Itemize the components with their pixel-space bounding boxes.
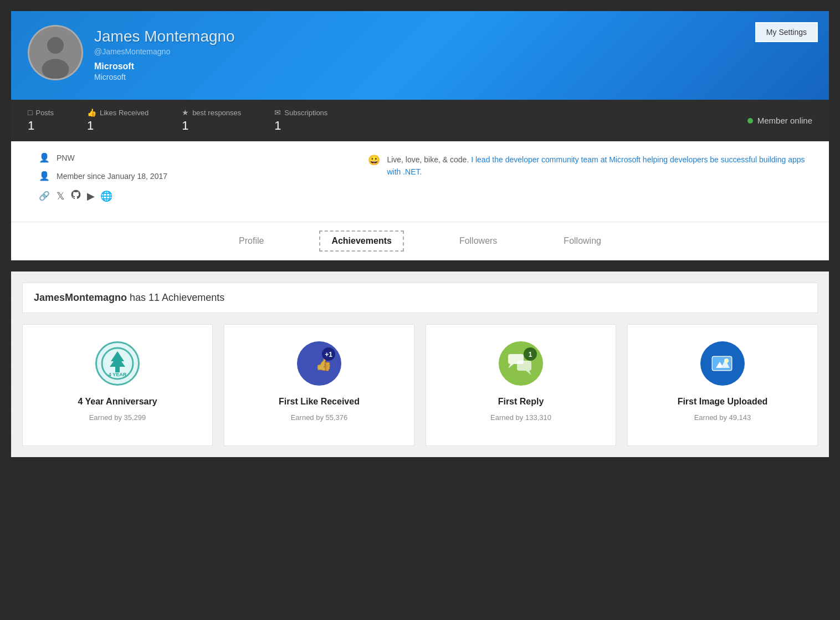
member-since-text: Member since January 18, 2017 [57,172,167,181]
github-icon[interactable] [70,189,81,203]
stat-subscriptions: ✉ Subscriptions 1 [274,108,327,133]
card-title-anniversary: 4 Year Anniversary [78,397,157,407]
profile-name: James Montemagno [94,28,812,45]
location-row: 👤 PNW [39,152,335,163]
card-earned-first-image: Earned by 49,143 [694,413,751,422]
youtube-icon[interactable]: ▶ [87,190,95,202]
tab-followers-label: Followers [459,236,497,245]
achievement-card-first-like: 👍 +1 First Like Received Earned by 55,37… [224,324,414,446]
achievement-card-first-reply: 1 First Reply Earned by 133,310 [426,324,616,446]
info-right: 😀 Live, love, bike, & code. I lead the d… [368,152,812,211]
card-title-first-reply: First Reply [498,397,544,407]
likes-value: 1 [87,119,94,133]
social-links-row: 🔗 𝕏 ▶ 🌐 [39,189,335,203]
stat-likes: 👍 Likes Received 1 [87,108,148,133]
badge-first-reply: 1 [499,341,543,386]
card-earned-first-reply: Earned by 133,310 [490,413,551,422]
tab-following-label: Following [564,236,601,245]
stat-posts: □ Posts 1 [28,108,54,133]
achievements-summary: JamesMontemagno has 11 Achievements [22,283,818,313]
online-indicator [747,118,753,124]
member-online-text: Member online [757,116,812,125]
achievements-username: JamesMontemagno [34,292,127,303]
twitter-icon[interactable]: 𝕏 [57,190,65,202]
profile-header: James Montemagno @JamesMontemagno Micros… [11,11,829,100]
profile-username: @JamesMontemagno [94,47,812,56]
badge-first-like: 👍 +1 [297,341,341,386]
badge-anniversary: 4 YEAR [95,341,140,386]
member-online: Member online [747,116,812,125]
tab-achievements-label: Achievements [331,236,392,245]
tab-profile[interactable]: Profile [228,232,275,250]
card-earned-anniversary: Earned by 35,299 [89,413,146,422]
stats-bar: □ Posts 1 👍 Likes Received 1 ★ best resp… [11,100,829,141]
posts-label: □ Posts [28,108,54,117]
website-icon[interactable]: 🌐 [100,190,112,202]
posts-icon: □ [28,108,32,117]
subs-value: 1 [274,119,281,133]
tab-following[interactable]: Following [552,232,612,250]
avatar [28,25,83,80]
posts-value: 1 [28,119,34,133]
likes-icon: 👍 [87,108,96,117]
tab-profile-label: Profile [239,236,264,245]
svg-point-2 [42,59,69,80]
achievements-container: JamesMontemagno has 11 Achievements 4 YE… [11,271,829,457]
subs-label: ✉ Subscriptions [274,108,327,117]
member-since-row: 👤 Member since January 18, 2017 [39,171,335,181]
card-title-first-image: First Image Uploaded [678,397,768,407]
location-icon: 👤 [39,152,50,163]
badge-first-image [700,341,745,386]
svg-rect-22 [713,357,731,370]
svg-text:1: 1 [529,351,532,358]
tab-followers[interactable]: Followers [448,232,508,250]
bio-icon: 😀 [368,154,380,166]
cards-grid: 4 YEAR 4 Year Anniversary Earned by 35,2… [22,324,818,446]
responses-label: ★ best responses [182,108,241,117]
svg-text:+1: +1 [325,351,332,358]
tabs-bar: Profile Achievements Followers Following [11,222,829,260]
info-section: 👤 PNW 👤 Member since January 18, 2017 🔗 … [11,141,829,222]
tab-achievements[interactable]: Achievements [319,230,404,252]
social-icons: 𝕏 ▶ 🌐 [57,189,112,203]
svg-point-1 [47,37,64,54]
likes-label: 👍 Likes Received [87,108,148,117]
member-since-icon: 👤 [39,171,50,181]
responses-icon: ★ [182,108,189,117]
location-text: PNW [57,153,75,162]
achievements-rest: has 11 Achievements [130,292,224,303]
profile-company-bold: Microsoft [94,62,812,71]
achievement-card-first-image: First Image Uploaded Earned by 49,143 [627,324,818,446]
info-left: 👤 PNW 👤 Member since January 18, 2017 🔗 … [39,152,335,211]
profile-info: James Montemagno @JamesMontemagno Micros… [94,25,812,81]
subs-icon: ✉ [274,108,281,117]
svg-rect-15 [517,361,531,371]
link-icon: 🔗 [39,191,50,201]
achievement-card-anniversary: 4 YEAR 4 Year Anniversary Earned by 35,2… [22,324,213,446]
profile-company-sub: Microsoft [94,73,812,81]
svg-point-25 [724,358,729,363]
card-earned-first-like: Earned by 55,376 [291,413,348,422]
card-title-first-like: First Like Received [279,397,360,407]
responses-value: 1 [182,119,188,133]
my-settings-button[interactable]: My Settings [755,22,818,42]
stat-responses: ★ best responses 1 [182,108,241,133]
svg-text:4 YEAR: 4 YEAR [109,372,127,377]
bio-text: Live, love, bike, & code. I lead the dev… [387,153,812,178]
